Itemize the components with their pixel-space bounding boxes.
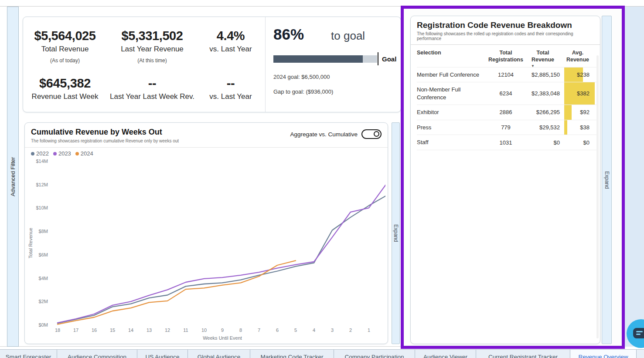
svg-text:$10M: $10M (36, 205, 48, 210)
table-expand-label: Expand (604, 171, 610, 189)
tab-us-audience[interactable]: US Audience (137, 350, 188, 358)
column-header-text: Total Revenue (532, 50, 554, 63)
cell-total-revenue: $2,885,150 (525, 71, 561, 78)
breakdown-subtitle: The following showcases the rolled up re… (417, 31, 594, 41)
bottom-tab-bar: Smart ForecasterAudience CompositionUS A… (0, 349, 644, 358)
cell-avg-revenue: $238 (561, 71, 595, 79)
tab-current-registrant-tracker[interactable]: Current Registrant Tracker (476, 350, 570, 358)
avg-revenue-value: $38 (580, 124, 589, 131)
cell-selection: Staff (417, 138, 487, 146)
kpi-vs-last-year: --vs. Last Year (198, 77, 264, 101)
svg-text:$6M: $6M (39, 252, 48, 257)
table-scrollbar[interactable] (596, 55, 599, 338)
avg-revenue-value: $382 (577, 90, 589, 97)
goal-progress-track (273, 55, 377, 63)
registration-breakdown-card: Registration Code Revenue Breakdown The … (410, 16, 600, 344)
sort-descending-icon[interactable]: ▼ (531, 64, 535, 68)
svg-text:6: 6 (276, 328, 279, 333)
goal-section: 86% to goal Goal 2024 goal: $6,500,000 G… (265, 17, 401, 112)
table-row-press[interactable]: Press779$29,532$38 (417, 120, 597, 135)
table-row-staff[interactable]: Staff1031$0$0 (417, 135, 597, 150)
table-row-member-full-conference[interactable]: Member Full Conference12104$2,885,150$23… (417, 68, 597, 83)
cell-avg-revenue: $382 (561, 86, 595, 101)
column-header-avg-revenue[interactable]: Avg. Revenue (561, 49, 595, 64)
cell-total-registrations: 12104 (487, 71, 525, 78)
tab-marketing-code-tracker[interactable]: Marketing Code Tracker (250, 350, 334, 358)
svg-text:11: 11 (183, 328, 188, 333)
aggregate-cumulative-toggle-label: Aggregate vs. Cumulative (290, 131, 358, 138)
svg-text:3: 3 (331, 328, 334, 333)
column-header-text: Selection (417, 50, 441, 56)
tab-audience-composition[interactable]: Audience Composition (57, 350, 137, 358)
svg-text:Weeks Until Event: Weeks Until Event (203, 335, 242, 341)
breakdown-table: Selection Total Registrations Total Reve… (411, 45, 600, 150)
table-expand-strip[interactable]: Expand (602, 16, 612, 344)
kpi-label: Total Revenue (23, 45, 107, 54)
avg-revenue-value: $92 (580, 109, 589, 115)
cell-total-registrations: 1031 (487, 139, 525, 146)
cell-total-revenue: $29,532 (525, 124, 561, 131)
svg-text:$12M: $12M (36, 182, 48, 187)
goal-target-text: 2024 goal: $6,500,000 (273, 74, 401, 80)
revenue-kpi-card: $5,564,025Total Revenue(As of today)$5,3… (23, 17, 401, 112)
svg-text:$4M: $4M (39, 276, 48, 281)
avg-revenue-value: $238 (577, 71, 589, 78)
chart-subtitle: The following showcases registration cum… (31, 138, 381, 143)
goal-progress-bar: Goal (273, 52, 401, 65)
kpi-grid: $5,564,025Total Revenue(As of today)$5,3… (23, 17, 264, 101)
svg-text:$2M: $2M (39, 299, 48, 304)
kpi-value: 4.4% (198, 29, 264, 43)
cell-avg-revenue: $92 (561, 108, 595, 116)
kpi-value: -- (198, 77, 264, 91)
cell-total-revenue: $2,383,048 (525, 90, 561, 97)
tab-smart-forecaster[interactable]: Smart Forecaster (0, 350, 57, 358)
cumulative-revenue-card: Cumulative Revenue by Weeks Out The foll… (24, 122, 388, 344)
svg-text:2: 2 (349, 328, 352, 333)
advanced-filter-label: Advanced Filter (10, 157, 16, 196)
chart-expand-label: Expand (393, 224, 399, 242)
column-header-text: Avg. Revenue (566, 50, 589, 63)
svg-text:7: 7 (258, 328, 260, 333)
purple-annotation-box: Registration Code Revenue Breakdown The … (401, 6, 625, 349)
svg-text:$0M: $0M (39, 322, 48, 328)
column-header-total-revenue[interactable]: Total Revenue ▼ (525, 49, 561, 64)
svg-text:14: 14 (128, 328, 133, 333)
goal-percent: 86% (273, 26, 304, 43)
avg-revenue-value: $0 (583, 139, 589, 146)
kpi-last-year-revenue: $5,331,502Last Year Revenue(At this time… (107, 29, 198, 64)
toggle-knob-icon (374, 131, 379, 137)
breakdown-header: Registration Code Revenue Breakdown The … (411, 16, 600, 45)
kpi-revenue-last-week: $645,382Revenue Last Week (23, 77, 107, 101)
kpi-label: vs. Last Year (198, 45, 264, 54)
aggregate-cumulative-toggle[interactable] (361, 129, 382, 139)
chart-expand-strip[interactable]: Expand (392, 122, 400, 344)
cell-selection: Press (417, 124, 487, 132)
cumulative-revenue-line-chart: $0M$2M$4M$6M$8M$10M$12M$14M1817161514131… (28, 155, 385, 343)
tab-revenue-overview[interactable]: Revenue Overview (570, 350, 637, 358)
kpi-value: -- (107, 77, 198, 91)
svg-text:1: 1 (368, 328, 370, 333)
column-header-total-registrations[interactable]: Total Registrations (487, 49, 525, 64)
svg-text:15: 15 (110, 328, 115, 333)
svg-text:$8M: $8M (39, 229, 48, 234)
tab-audience-viewer[interactable]: Audience Viewer (415, 350, 476, 358)
kpi-last-year-last-week-rev: --Last Year Last Week Rev. (107, 77, 198, 101)
advanced-filter-rail[interactable]: Advanced Filter (7, 7, 19, 347)
tab-global-audience[interactable]: Global Audience (188, 350, 250, 358)
svg-text:12: 12 (165, 328, 170, 333)
goal-marker-line (378, 52, 378, 65)
kpi-label: vs. Last Year (198, 92, 264, 101)
table-row-exhibitor[interactable]: Exhibitor2886$266,295$92 (417, 105, 597, 120)
svg-text:10: 10 (201, 328, 207, 333)
cell-total-registrations: 6234 (487, 90, 525, 97)
kpi-label: Last Year Revenue (107, 45, 198, 54)
goal-progress-fill (273, 55, 363, 63)
cell-selection: Member Full Conference (417, 71, 487, 79)
tab-company-participation[interactable]: Company Participation (334, 350, 415, 358)
breakdown-table-header: Selection Total Registrations Total Reve… (417, 45, 597, 68)
kpi-label: Last Year Last Week Rev. (107, 92, 198, 101)
table-row-non-member-full-conference[interactable]: Non-Member Full Conference6234$2,383,048… (417, 82, 597, 105)
svg-text:13: 13 (147, 328, 152, 333)
column-header-selection[interactable]: Selection (417, 49, 487, 64)
avg-revenue-data-bar (564, 105, 572, 120)
